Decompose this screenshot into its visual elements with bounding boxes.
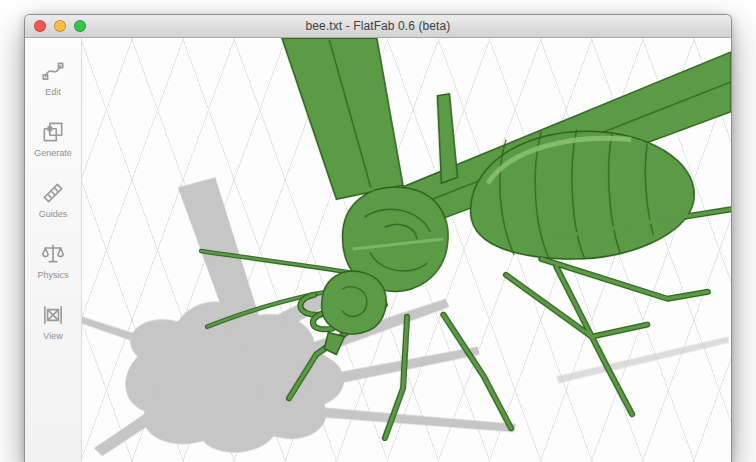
window-content: Edit Generate <box>25 38 731 462</box>
spline-icon <box>40 58 66 84</box>
traffic-lights <box>34 20 86 32</box>
app-window: bee.txt - FlatFab 0.6 (beta) Edit <box>24 14 732 462</box>
shadow-streak <box>556 337 729 384</box>
bee-head <box>322 271 387 334</box>
sidebar-item-generate[interactable]: Generate <box>25 115 81 162</box>
minimize-button[interactable] <box>54 20 66 32</box>
viewport-canvas[interactable] <box>82 38 731 462</box>
sidebar-item-label: Guides <box>39 209 68 219</box>
sidebar-item-view[interactable]: View <box>25 298 81 345</box>
viewport-frame-icon <box>40 302 66 328</box>
sidebar-item-guides[interactable]: Guides <box>25 176 81 223</box>
shadow-streak <box>306 406 516 432</box>
sidebar-item-label: Generate <box>34 148 72 158</box>
window-title: bee.txt - FlatFab 0.6 (beta) <box>25 15 731 37</box>
bee-wing-left <box>282 38 403 199</box>
sidebar-item-label: View <box>43 331 62 341</box>
close-button[interactable] <box>34 20 46 32</box>
model-scene <box>82 38 731 462</box>
sidebar-item-edit[interactable]: Edit <box>25 54 81 101</box>
balance-scale-icon <box>40 241 66 267</box>
ruler-icon <box>40 180 66 206</box>
bee-fin <box>437 94 457 184</box>
toolbar-sidebar: Edit Generate <box>25 38 82 462</box>
sidebar-item-label: Physics <box>37 270 68 280</box>
sidebar-item-label: Edit <box>45 87 61 97</box>
zoom-button[interactable] <box>74 20 86 32</box>
generate-squares-icon <box>40 119 66 145</box>
sidebar-item-physics[interactable]: Physics <box>25 237 81 284</box>
titlebar[interactable]: bee.txt - FlatFab 0.6 (beta) <box>25 15 731 38</box>
